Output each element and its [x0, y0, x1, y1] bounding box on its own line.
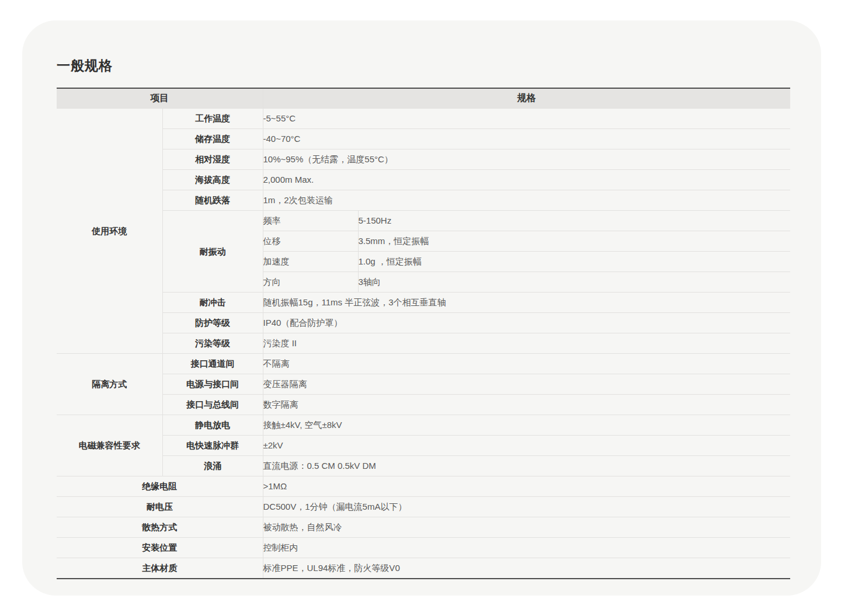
table-row: 绝缘电阻 >1MΩ: [57, 476, 790, 497]
row-label: 耐电压: [57, 497, 263, 517]
row-value: 接触±4kV, 空气±8kV: [263, 415, 790, 436]
row-label: 随机跌落: [162, 190, 263, 211]
row-label: 污染等级: [162, 333, 263, 354]
spec-table-wrap: 项目 规格 使用环境 工作温度 -5~55°C 储存温度 -40~70°C 相对…: [57, 88, 790, 579]
row-value: 10%~95%（无结露，温度55°C）: [263, 149, 790, 170]
row-label: 电源与接口间: [162, 374, 263, 395]
category-cell-environment: 使用环境: [57, 109, 162, 354]
row-value: 污染度 II: [263, 333, 790, 354]
table-row: 储存温度 -40~70°C: [57, 129, 790, 149]
row-sublabel: 加速度: [263, 252, 358, 272]
table-row: 散热方式 被动散热，自然风冷: [57, 517, 790, 538]
table-row: 使用环境 工作温度 -5~55°C: [57, 109, 790, 129]
row-label: 防护等级: [162, 313, 263, 333]
header-row: 项目 规格: [57, 89, 790, 109]
row-value: IP40（配合防护罩）: [263, 313, 790, 333]
row-value: DC500V，1分钟（漏电流5mA以下）: [263, 497, 790, 517]
row-label: 主体材质: [57, 558, 263, 579]
row-value: 数字隔离: [263, 395, 790, 415]
table-row: 电磁兼容性要求 静电放电 接触±4kV, 空气±8kV: [57, 415, 790, 436]
row-value: -5~55°C: [263, 109, 790, 129]
subcategory-cell-vibration: 耐振动: [162, 211, 263, 293]
row-label: 安装位置: [57, 538, 263, 558]
table-row: 安装位置 控制柜内: [57, 538, 790, 558]
table-row: 隔离方式 接口通道间 不隔离: [57, 354, 790, 374]
row-label: 浪涌: [162, 456, 263, 476]
row-sublabel: 位移: [263, 231, 358, 252]
row-value: 变压器隔离: [263, 374, 790, 395]
row-value: 控制柜内: [263, 538, 790, 558]
row-value: 3轴向: [358, 272, 790, 293]
table-row: 耐振动 频率 5-150Hz: [57, 211, 790, 231]
row-value: 2,000m Max.: [263, 170, 790, 190]
category-cell-emc: 电磁兼容性要求: [57, 415, 162, 476]
row-label: 储存温度: [162, 129, 263, 149]
row-value: 直流电源：0.5 CM 0.5kV DM: [263, 456, 790, 476]
table-row: 电源与接口间 变压器隔离: [57, 374, 790, 395]
table-row: 浪涌 直流电源：0.5 CM 0.5kV DM: [57, 456, 790, 476]
table-row: 电快速脉冲群 ±2kV: [57, 436, 790, 456]
table-row: 随机跌落 1m，2次包装运输: [57, 190, 790, 211]
spec-table: 项目 规格 使用环境 工作温度 -5~55°C 储存温度 -40~70°C 相对…: [57, 89, 790, 578]
spec-card: 一般规格 项目 规格 使用环境 工作温度 -5~55°C: [22, 20, 821, 596]
row-label: 绝缘电阻: [57, 476, 263, 497]
table-row: 接口与总线间 数字隔离: [57, 395, 790, 415]
row-label: 静电放电: [162, 415, 263, 436]
row-label: 海拔高度: [162, 170, 263, 190]
table-row: 防护等级 IP40（配合防护罩）: [57, 313, 790, 333]
table-row: 污染等级 污染度 II: [57, 333, 790, 354]
row-label: 散热方式: [57, 517, 263, 538]
column-header-item: 项目: [57, 89, 263, 109]
row-value: 不隔离: [263, 354, 790, 374]
table-row: 耐电压 DC500V，1分钟（漏电流5mA以下）: [57, 497, 790, 517]
row-value: ±2kV: [263, 436, 790, 456]
table-row: 海拔高度 2,000m Max.: [57, 170, 790, 190]
row-value: 被动散热，自然风冷: [263, 517, 790, 538]
table-row: 相对湿度 10%~95%（无结露，温度55°C）: [57, 149, 790, 170]
table-row: 主体材质 标准PPE，UL94标准，防火等级V0: [57, 558, 790, 579]
row-label: 相对湿度: [162, 149, 263, 170]
row-value: >1MΩ: [263, 476, 790, 497]
row-value: 标准PPE，UL94标准，防火等级V0: [263, 558, 790, 579]
row-sublabel: 频率: [263, 211, 358, 231]
table-row: 耐冲击 随机振幅15g，11ms 半正弦波，3个相互垂直轴: [57, 293, 790, 313]
row-label: 工作温度: [162, 109, 263, 129]
row-label: 接口通道间: [162, 354, 263, 374]
row-value: 1m，2次包装运输: [263, 190, 790, 211]
row-value: 1.0g ，恒定振幅: [358, 252, 790, 272]
row-value: 5-150Hz: [358, 211, 790, 231]
row-value: -40~70°C: [263, 129, 790, 149]
page-title: 一般规格: [57, 57, 113, 75]
row-label: 接口与总线间: [162, 395, 263, 415]
category-cell-isolation: 隔离方式: [57, 354, 162, 415]
row-value: 随机振幅15g，11ms 半正弦波，3个相互垂直轴: [263, 293, 790, 313]
row-label: 耐冲击: [162, 293, 263, 313]
row-label: 电快速脉冲群: [162, 436, 263, 456]
row-sublabel: 方向: [263, 272, 358, 293]
column-header-spec: 规格: [263, 89, 790, 109]
row-value: 3.5mm，恒定振幅: [358, 231, 790, 252]
